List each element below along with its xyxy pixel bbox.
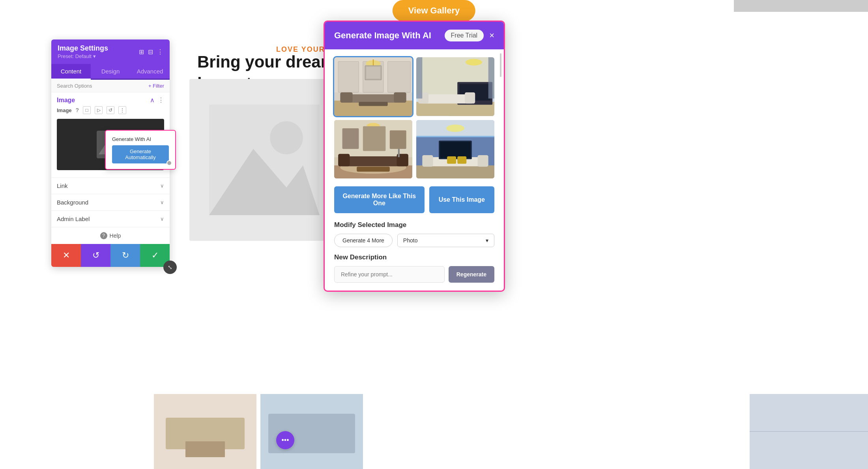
tab-design[interactable]: Design — [91, 64, 130, 79]
image-section-title: Image — [57, 97, 75, 104]
chat-icon: ••• — [282, 436, 289, 445]
background-section[interactable]: Background ∨ — [51, 194, 170, 211]
modify-section: Modify Selected Image Generate 4 More Ph… — [334, 221, 494, 247]
panel-header-icons: ⊞ ⊟ ⋮ — [139, 48, 163, 56]
generate-ai-popup: Generate With AI Generate Automatically — [105, 130, 176, 170]
link-section[interactable]: Link ∨ — [51, 178, 170, 194]
bottom-image-right — [260, 394, 363, 469]
cursor-indicator — [166, 160, 172, 166]
tab-advanced[interactable]: Advanced — [130, 64, 170, 79]
svg-rect-52 — [390, 130, 406, 149]
background-chevron: ∨ — [160, 199, 164, 205]
use-image-button[interactable]: Use This Image — [429, 186, 494, 213]
svg-rect-24 — [359, 102, 387, 106]
generate-more-button[interactable]: Generate More Like This One — [334, 186, 425, 213]
admin-chevron: ∨ — [160, 216, 164, 222]
modal-scrollbar[interactable] — [500, 53, 501, 77]
panel-preset: Preset: Default ▾ — [58, 53, 108, 59]
free-trial-badge: Free Trial — [445, 30, 484, 41]
generate-ai-label: Generate With AI — [112, 136, 169, 142]
toolbar-help-icon[interactable]: ? — [76, 107, 79, 113]
svg-rect-50 — [342, 128, 359, 148]
svg-rect-38 — [488, 57, 494, 99]
svg-rect-45 — [338, 154, 350, 166]
regenerate-button[interactable]: Regenerate — [449, 266, 494, 283]
svg-rect-64 — [447, 156, 456, 164]
search-placeholder-text: Search Options — [57, 83, 148, 89]
panel-icon-more[interactable]: ⋮ — [157, 48, 163, 56]
modify-title: Modify Selected Image — [334, 221, 494, 229]
center-placeholder-image — [189, 79, 339, 241]
panel-action-bar: ✕ ↺ ↻ ✓ — [51, 244, 170, 267]
svg-rect-61 — [477, 155, 488, 166]
section-icon-up[interactable]: ∧ — [150, 96, 155, 104]
svg-rect-5 — [185, 441, 225, 457]
image-toolbar: Image ? □ ▷ ↺ ⋮ — [57, 104, 164, 116]
svg-rect-56 — [416, 165, 494, 178]
section-icon-menu[interactable]: ⋮ — [158, 96, 164, 104]
svg-rect-16 — [338, 61, 359, 92]
toolbar-icon-cursor[interactable]: ▷ — [95, 106, 103, 114]
toolbar-icon-more[interactable]: ⋮ — [118, 106, 126, 114]
help-text: Help — [110, 233, 121, 239]
ai-modal-header: Generate Image With AI Free Trial × — [325, 22, 504, 49]
style-select-chevron: ▾ — [486, 237, 488, 244]
corner-symbol: ⤡ — [168, 264, 172, 270]
top-right-image — [734, 0, 868, 12]
svg-rect-23 — [394, 92, 406, 103]
panel-search: Search Options + Filter — [51, 80, 170, 92]
svg-point-2 — [270, 121, 303, 154]
description-input-row: Regenerate — [334, 266, 494, 283]
view-gallery-button[interactable]: View Gallery — [393, 0, 475, 21]
panel-image-area: Generate With AI Generate Automatically — [57, 119, 164, 170]
tab-content[interactable]: Content — [51, 64, 91, 80]
panel-icon-columns[interactable]: ⊟ — [148, 48, 153, 56]
svg-rect-36 — [465, 92, 475, 103]
link-label: Link — [57, 182, 68, 189]
ai-action-buttons: Generate More Like This One Use This Ima… — [334, 186, 494, 213]
close-modal-button[interactable]: × — [489, 31, 494, 40]
modify-controls: Generate 4 More Photo ▾ — [334, 234, 494, 247]
image-settings-panel: Image Settings Preset: Default ▾ ⊞ ⊟ ⋮ C… — [51, 39, 170, 267]
panel-help: ? Help — [51, 227, 170, 244]
panel-icon-grid[interactable]: ⊞ — [139, 48, 144, 56]
ai-image-cell-3[interactable] — [334, 120, 412, 179]
filter-button[interactable]: + Filter — [148, 83, 164, 89]
svg-rect-51 — [363, 126, 386, 151]
svg-rect-22 — [340, 92, 352, 103]
admin-label-section[interactable]: Admin Label ∨ — [51, 211, 170, 227]
generate-automatically-button[interactable]: Generate Automatically — [112, 145, 169, 163]
svg-rect-37 — [416, 57, 422, 99]
bottom-image-far-right — [750, 394, 868, 469]
panel-title: Image Settings — [58, 44, 108, 53]
panel-tabs: Content Design Advanced — [51, 64, 170, 80]
svg-point-33 — [466, 59, 482, 66]
style-select[interactable]: Photo ▾ — [397, 234, 494, 247]
help-icon: ? — [100, 232, 107, 239]
admin-label-text: Admin Label — [57, 216, 90, 222]
corner-icon: ⤡ — [163, 261, 177, 274]
description-input[interactable] — [334, 266, 445, 283]
chat-bubble[interactable]: ••• — [276, 431, 294, 449]
svg-rect-26 — [366, 67, 380, 79]
ai-image-cell-2[interactable] — [416, 57, 494, 116]
description-section: New Description Regenerate — [334, 253, 494, 283]
ai-image-cell-4[interactable] — [416, 120, 494, 179]
ai-image-cell-1[interactable] — [334, 57, 412, 116]
generate-4-button[interactable]: Generate 4 More — [334, 234, 393, 247]
image-section: Image ∧ ⋮ Image ? □ ▷ ↺ ⋮ Generate With … — [51, 92, 170, 178]
toolbar-icon-undo[interactable]: ↺ — [107, 106, 114, 114]
svg-point-58 — [446, 124, 464, 132]
background-label: Background — [57, 199, 88, 206]
svg-rect-18 — [388, 61, 411, 92]
help-link[interactable]: ? Help — [57, 232, 164, 239]
cancel-button[interactable]: ✕ — [51, 244, 81, 267]
svg-rect-63 — [440, 142, 470, 158]
style-select-label: Photo — [403, 237, 418, 244]
undo-button[interactable]: ↺ — [81, 244, 110, 267]
redo-button[interactable]: ↻ — [110, 244, 140, 267]
ai-modal-header-right: Free Trial × — [445, 30, 494, 41]
description-title: New Description — [334, 253, 494, 261]
toolbar-icon-box[interactable]: □ — [83, 106, 91, 114]
panel-header: Image Settings Preset: Default ▾ ⊞ ⊟ ⋮ — [51, 39, 170, 64]
